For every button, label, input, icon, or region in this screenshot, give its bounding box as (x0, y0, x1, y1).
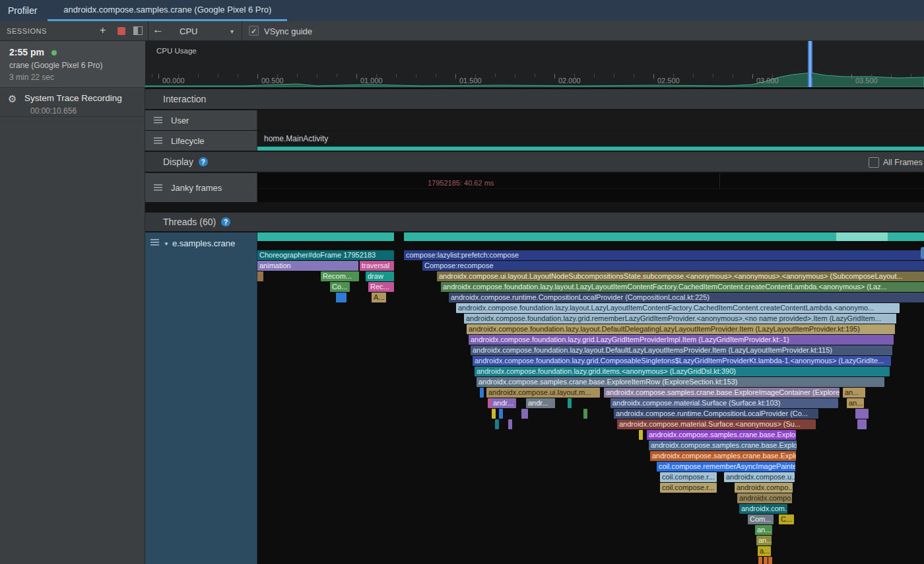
add-session-button[interactable]: + (100, 25, 106, 36)
trace-span[interactable]: andr... (491, 398, 516, 408)
trace-span[interactable]: androidx.compose.foundation.lazy.grid.re… (464, 314, 896, 324)
janky-frames-label-cell[interactable]: Janky frames (145, 173, 257, 202)
trace-span[interactable]: andr... (526, 398, 555, 408)
trace-span[interactable]: C... (779, 514, 794, 524)
janky-frames-content[interactable]: 17952185: 40.62 ms (257, 173, 924, 202)
trace-span[interactable]: androidx.compose.foundation.lazy.grid.La… (469, 335, 894, 345)
trace-span[interactable]: androidx.com... (739, 504, 787, 514)
stop-session-button[interactable] (117, 27, 125, 35)
trace-span[interactable]: an... (843, 388, 865, 398)
cpu-usage-track[interactable]: CPU Usage 00.00000.50001.00001.50002.000… (145, 41, 924, 89)
trace-span[interactable]: androidx.compose.foundation.lazy.layout.… (441, 282, 924, 292)
session-tab[interactable]: androidx.compose.samples.crane (Google P… (48, 0, 287, 21)
trace-span[interactable]: animation (257, 261, 358, 271)
trace-span[interactable]: androidx.compose.runtime.CompositionLoca… (449, 293, 924, 302)
trace-span[interactable]: androidx.compo... (737, 493, 792, 503)
lifecycle-track-label[interactable]: Lifecycle (145, 131, 257, 151)
interaction-section-header: Interaction (145, 89, 924, 109)
display-title: Display (163, 157, 193, 167)
trace-span[interactable] (836, 232, 888, 241)
trace-span[interactable]: androidx.compose.foundation.lazy.layout.… (456, 303, 900, 313)
user-track-content[interactable] (257, 110, 924, 130)
trace-span[interactable] (568, 398, 572, 408)
collapse-arrow-icon[interactable]: ▼ (164, 241, 169, 247)
trace-span[interactable] (768, 557, 772, 564)
help-icon[interactable]: ? (221, 217, 230, 227)
trace-span[interactable]: a... (758, 546, 771, 556)
trace-span[interactable] (521, 409, 528, 419)
lifecycle-track-content[interactable]: home.MainActivity (257, 131, 924, 151)
thread-name: e.samples.crane (172, 238, 235, 248)
threads-section-header: Threads (60) ? (145, 213, 924, 231)
session-time: 2:55 pm (9, 47, 44, 57)
scrollbar-thumb[interactable] (921, 247, 924, 259)
trace-span[interactable] (257, 232, 394, 241)
trace-span[interactable] (639, 430, 643, 440)
drag-handle-icon[interactable] (154, 117, 162, 123)
trace-span[interactable]: androidx.compose.foundation.lazy.grid.Co… (473, 356, 891, 366)
trace-span[interactable]: an... (755, 525, 772, 535)
trace-span[interactable]: androidx.compose.samples.crane.base.Expl… (650, 451, 796, 461)
activity-lifetime-bar[interactable] (257, 147, 924, 151)
trace-span[interactable]: Compose:recompose (422, 261, 924, 271)
trace-span[interactable] (492, 409, 496, 419)
session-duration: 3 min 22 sec (9, 73, 136, 82)
panel-toggle-icon[interactable] (133, 26, 143, 35)
user-track-row: User (145, 110, 924, 130)
trace-span[interactable]: Com... (748, 514, 774, 524)
trace-span[interactable]: androidx.compose.ui.layout.m... (486, 388, 600, 398)
user-track-label[interactable]: User (145, 110, 257, 130)
threads-title: Threads (60) (163, 217, 216, 227)
trace-span[interactable]: Rec... (368, 282, 394, 292)
recording-list-item[interactable]: ⚙ System Trace Recording 00:00:10.656 (0, 88, 145, 117)
trace-span[interactable]: androidx.compo... (735, 483, 793, 493)
trace-span[interactable]: A... (372, 293, 386, 302)
trace-span[interactable]: coil.compose.rememberAsyncImagePainter (… (657, 462, 795, 472)
trace-span[interactable]: androidx.compose.samples.crane.base.Expl… (477, 377, 884, 387)
trace-span[interactable]: an... (756, 536, 772, 546)
trace-span[interactable]: draw (366, 271, 394, 281)
trace-span[interactable]: androidx.compose.samples.crane.base.Expl… (647, 430, 796, 440)
trace-span[interactable]: an... (847, 398, 864, 408)
trace-span[interactable]: compose:lazylist:prefetch:compose (404, 250, 924, 260)
trace-span[interactable]: Co... (330, 282, 350, 292)
trace-span[interactable]: androidx.compose.samples.crane.base.Expl… (604, 388, 840, 398)
trace-span[interactable] (508, 419, 512, 429)
session-list-item[interactable]: 2:55 pm crane (Google Pixel 6 Pro) 3 min… (0, 41, 145, 88)
trace-span[interactable] (499, 409, 503, 419)
trace-span[interactable]: androidx.compose.foundation.lazy.grid.it… (475, 367, 890, 376)
timeline-ruler[interactable]: 00.00000.50001.00001.50002.00002.50003.0… (145, 74, 924, 87)
trace-span[interactable] (855, 409, 869, 419)
trace-span[interactable] (583, 409, 587, 419)
drag-handle-icon[interactable] (154, 137, 162, 144)
trace-span[interactable]: androidx.compose.samples.crane.base.Expl… (649, 441, 797, 450)
trace-span[interactable]: coil.compose.r... (660, 472, 717, 482)
trace-span[interactable]: androidx.compose.u... (724, 472, 795, 482)
trace-span[interactable] (764, 557, 768, 564)
trace-span[interactable]: androidx.compose.ui.layout.LayoutNodeSub… (437, 271, 924, 281)
trace-span[interactable]: androidx.compose.material.Surface (Surfa… (610, 398, 838, 408)
trace-span[interactable]: Choreographer#doFrame 17952183 (257, 250, 394, 260)
trace-span[interactable]: coil.compose.r... (660, 483, 717, 493)
all-frames-checkbox[interactable] (869, 157, 879, 168)
drag-handle-icon[interactable] (154, 184, 162, 191)
trace-span[interactable]: Recom... (321, 271, 359, 281)
trace-span[interactable]: androidx.compose.foundation.lazy.layout.… (471, 345, 892, 355)
janky-frame-value[interactable]: 17952185: 40.62 ms (428, 179, 494, 187)
trace-span[interactable] (257, 271, 263, 281)
vsync-guide-checkbox[interactable]: ✓ (249, 26, 259, 36)
trace-span[interactable] (336, 293, 346, 302)
profiler-type-dropdown[interactable]: CPU ▾ (173, 21, 239, 41)
help-icon[interactable]: ? (199, 157, 208, 166)
trace-span[interactable] (857, 419, 867, 429)
trace-span[interactable]: androidx.compose.foundation.lazy.layout.… (467, 324, 895, 334)
thread-label-cell[interactable]: ▼e.samples.crane (145, 232, 257, 564)
trace-span[interactable] (758, 557, 762, 564)
trace-span[interactable]: androidx.compose.runtime.CompositionLoca… (614, 409, 818, 419)
trace-span[interactable] (480, 388, 484, 398)
drag-handle-icon[interactable] (150, 239, 159, 246)
trace-span[interactable]: androidx.compose.material.Surface.<anony… (617, 419, 816, 429)
trace-span[interactable] (495, 419, 499, 429)
trace-span[interactable]: traversal (360, 261, 394, 271)
back-button[interactable]: ← (152, 24, 164, 35)
